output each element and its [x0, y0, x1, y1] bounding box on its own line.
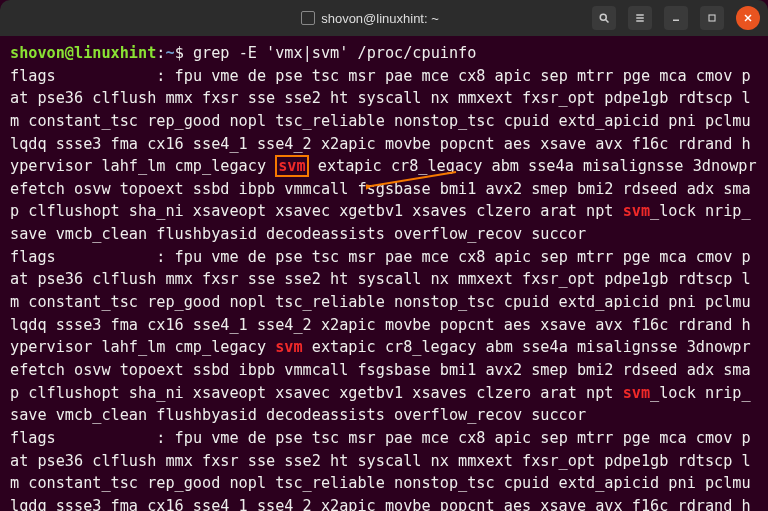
search-icon [598, 12, 610, 24]
prompt-line: shovon@linuxhint:~$ grep -E 'vmx|svm' /p… [10, 42, 758, 65]
output-block-3: flags : fpu vme de pse tsc msr pae mce c… [10, 427, 758, 511]
flags-label: flags : [10, 427, 165, 450]
output-block-1: flags : fpu vme de pse tsc msr pae mce c… [10, 65, 758, 246]
svg-line-1 [605, 20, 608, 23]
svg-point-0 [600, 14, 606, 20]
title-text: shovon@linuxhint: ~ [321, 11, 439, 26]
grep-match-annotated: svm [275, 155, 308, 177]
maximize-icon [706, 12, 718, 24]
grep-match: svm [623, 202, 650, 220]
flags-label: flags : [10, 246, 165, 269]
terminal-icon [301, 11, 315, 25]
flags-label: flags : [10, 65, 165, 88]
grep-match: svm [275, 338, 302, 356]
svg-rect-6 [709, 15, 715, 21]
terminal-content[interactable]: shovon@linuxhint:~$ grep -E 'vmx|svm' /p… [0, 36, 768, 511]
menu-button[interactable] [628, 6, 652, 30]
minimize-icon [670, 12, 682, 24]
minimize-button[interactable] [664, 6, 688, 30]
close-button[interactable] [736, 6, 760, 30]
window-controls [592, 6, 760, 30]
close-icon [742, 12, 754, 24]
maximize-button[interactable] [700, 6, 724, 30]
grep-match: svm [623, 384, 650, 402]
menu-icon [634, 12, 646, 24]
prompt-dollar: $ [175, 44, 184, 62]
output-block-2: flags : fpu vme de pse tsc msr pae mce c… [10, 246, 758, 427]
window-titlebar: shovon@linuxhint: ~ [0, 0, 768, 36]
command-text: grep -E 'vmx|svm' /proc/cpuinfo [184, 44, 477, 62]
prompt-user-host: shovon@linuxhint [10, 44, 156, 62]
window-title: shovon@linuxhint: ~ [301, 11, 439, 26]
search-button[interactable] [592, 6, 616, 30]
prompt-path: ~ [165, 44, 174, 62]
